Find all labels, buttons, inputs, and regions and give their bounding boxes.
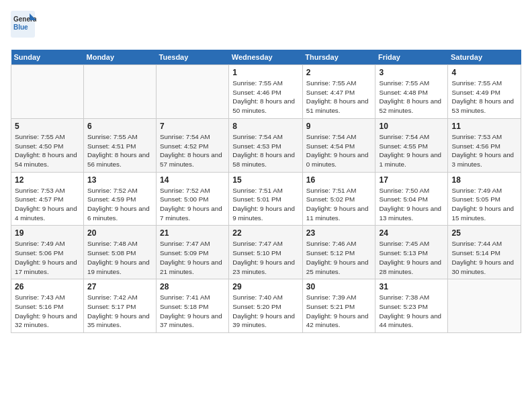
day-header-friday: Friday [375, 50, 448, 65]
day-number: 24 [379, 228, 444, 238]
day-number: 19 [15, 228, 80, 238]
calendar-cell: 29Sunrise: 7:40 AM Sunset: 5:20 PM Dayli… [229, 279, 303, 333]
calendar-week-row: 1Sunrise: 7:55 AM Sunset: 4:46 PM Daylig… [11, 65, 521, 119]
day-number: 6 [87, 122, 152, 131]
day-info: Sunrise: 7:51 AM Sunset: 5:02 PM Dayligh… [306, 186, 372, 223]
calendar-cell: 20Sunrise: 7:48 AM Sunset: 5:08 PM Dayli… [84, 226, 157, 279]
day-number: 27 [87, 282, 152, 291]
day-info: Sunrise: 7:55 AM Sunset: 4:47 PM Dayligh… [306, 79, 372, 116]
calendar-cell: 22Sunrise: 7:47 AM Sunset: 5:10 PM Dayli… [229, 226, 303, 279]
calendar-cell: 25Sunrise: 7:44 AM Sunset: 5:14 PM Dayli… [448, 226, 521, 279]
day-number: 20 [87, 228, 152, 238]
day-info: Sunrise: 7:44 AM Sunset: 5:14 PM Dayligh… [451, 239, 517, 276]
calendar-cell: 18Sunrise: 7:49 AM Sunset: 5:05 PM Dayli… [448, 172, 521, 226]
logo-icon: General Blue [11, 11, 36, 42]
calendar-cell: 30Sunrise: 7:39 AM Sunset: 5:21 PM Dayli… [302, 279, 375, 333]
calendar-cell: 7Sunrise: 7:54 AM Sunset: 4:52 PM Daylig… [157, 118, 229, 172]
page-header: General Blue [11, 11, 521, 42]
svg-text:Blue: Blue [13, 24, 28, 31]
calendar-cell: 4Sunrise: 7:55 AM Sunset: 4:49 PM Daylig… [448, 65, 521, 119]
day-number: 25 [451, 228, 517, 238]
day-number: 11 [451, 122, 517, 131]
day-info: Sunrise: 7:54 AM Sunset: 4:53 PM Dayligh… [232, 132, 299, 169]
calendar-cell: 3Sunrise: 7:55 AM Sunset: 4:48 PM Daylig… [375, 65, 448, 119]
day-info: Sunrise: 7:46 AM Sunset: 5:12 PM Dayligh… [306, 239, 372, 276]
day-number: 13 [87, 175, 152, 185]
calendar-cell: 28Sunrise: 7:41 AM Sunset: 5:18 PM Dayli… [157, 279, 229, 333]
calendar-cell: 16Sunrise: 7:51 AM Sunset: 5:02 PM Dayli… [302, 172, 375, 226]
day-info: Sunrise: 7:54 AM Sunset: 4:55 PM Dayligh… [379, 132, 444, 169]
calendar-cell [157, 65, 229, 119]
day-info: Sunrise: 7:55 AM Sunset: 4:51 PM Dayligh… [87, 132, 152, 169]
day-info: Sunrise: 7:54 AM Sunset: 4:54 PM Dayligh… [306, 132, 372, 169]
calendar-cell: 8Sunrise: 7:54 AM Sunset: 4:53 PM Daylig… [229, 118, 303, 172]
day-header-wednesday: Wednesday [229, 50, 303, 65]
day-info: Sunrise: 7:39 AM Sunset: 5:21 PM Dayligh… [306, 293, 372, 330]
day-number: 16 [306, 175, 372, 185]
calendar-cell [448, 279, 521, 333]
day-number: 5 [15, 122, 80, 131]
calendar-week-row: 19Sunrise: 7:49 AM Sunset: 5:06 PM Dayli… [11, 226, 521, 279]
calendar-cell: 6Sunrise: 7:55 AM Sunset: 4:51 PM Daylig… [84, 118, 157, 172]
calendar-cell: 1Sunrise: 7:55 AM Sunset: 4:46 PM Daylig… [229, 65, 303, 119]
day-header-tuesday: Tuesday [157, 50, 229, 65]
day-number: 17 [379, 175, 444, 185]
day-info: Sunrise: 7:49 AM Sunset: 5:05 PM Dayligh… [451, 186, 517, 223]
day-number: 29 [232, 282, 299, 291]
calendar-cell: 9Sunrise: 7:54 AM Sunset: 4:54 PM Daylig… [302, 118, 375, 172]
calendar-cell: 10Sunrise: 7:54 AM Sunset: 4:55 PM Dayli… [375, 118, 448, 172]
day-number: 10 [379, 122, 444, 131]
calendar-cell: 15Sunrise: 7:51 AM Sunset: 5:01 PM Dayli… [229, 172, 303, 226]
day-info: Sunrise: 7:42 AM Sunset: 5:17 PM Dayligh… [87, 293, 152, 330]
day-info: Sunrise: 7:55 AM Sunset: 4:49 PM Dayligh… [451, 79, 517, 116]
day-number: 8 [232, 122, 299, 131]
calendar-cell: 12Sunrise: 7:53 AM Sunset: 4:57 PM Dayli… [11, 172, 84, 226]
day-info: Sunrise: 7:52 AM Sunset: 5:00 PM Dayligh… [160, 186, 225, 223]
calendar-header-row: SundayMondayTuesdayWednesdayThursdayFrid… [11, 50, 521, 65]
day-info: Sunrise: 7:55 AM Sunset: 4:46 PM Dayligh… [232, 79, 299, 116]
calendar-week-row: 5Sunrise: 7:55 AM Sunset: 4:50 PM Daylig… [11, 118, 521, 172]
day-header-saturday: Saturday [448, 50, 521, 65]
calendar-cell: 11Sunrise: 7:53 AM Sunset: 4:56 PM Dayli… [448, 118, 521, 172]
day-info: Sunrise: 7:50 AM Sunset: 5:04 PM Dayligh… [379, 186, 444, 223]
day-info: Sunrise: 7:48 AM Sunset: 5:08 PM Dayligh… [87, 239, 152, 276]
day-info: Sunrise: 7:53 AM Sunset: 4:57 PM Dayligh… [15, 186, 80, 223]
day-number: 7 [160, 122, 225, 131]
day-number: 30 [306, 282, 372, 291]
day-number: 18 [451, 175, 517, 185]
day-info: Sunrise: 7:45 AM Sunset: 5:13 PM Dayligh… [379, 239, 444, 276]
day-info: Sunrise: 7:55 AM Sunset: 4:48 PM Dayligh… [379, 79, 444, 116]
calendar-cell: 31Sunrise: 7:38 AM Sunset: 5:23 PM Dayli… [375, 279, 448, 333]
calendar-cell: 24Sunrise: 7:45 AM Sunset: 5:13 PM Dayli… [375, 226, 448, 279]
day-info: Sunrise: 7:54 AM Sunset: 4:52 PM Dayligh… [160, 132, 225, 169]
day-header-thursday: Thursday [302, 50, 375, 65]
day-info: Sunrise: 7:40 AM Sunset: 5:20 PM Dayligh… [232, 293, 299, 330]
day-number: 4 [451, 68, 517, 77]
day-header-monday: Monday [84, 50, 157, 65]
calendar-cell: 19Sunrise: 7:49 AM Sunset: 5:06 PM Dayli… [11, 226, 84, 279]
day-header-sunday: Sunday [11, 50, 84, 65]
day-info: Sunrise: 7:55 AM Sunset: 4:50 PM Dayligh… [15, 132, 80, 169]
day-info: Sunrise: 7:47 AM Sunset: 5:09 PM Dayligh… [160, 239, 225, 276]
calendar-cell: 5Sunrise: 7:55 AM Sunset: 4:50 PM Daylig… [11, 118, 84, 172]
day-info: Sunrise: 7:43 AM Sunset: 5:16 PM Dayligh… [15, 293, 80, 330]
calendar-cell: 23Sunrise: 7:46 AM Sunset: 5:12 PM Dayli… [302, 226, 375, 279]
calendar-cell: 17Sunrise: 7:50 AM Sunset: 5:04 PM Dayli… [375, 172, 448, 226]
calendar-cell [84, 65, 157, 119]
day-number: 2 [306, 68, 372, 77]
day-info: Sunrise: 7:41 AM Sunset: 5:18 PM Dayligh… [160, 293, 225, 330]
calendar-cell: 26Sunrise: 7:43 AM Sunset: 5:16 PM Dayli… [11, 279, 84, 333]
day-number: 21 [160, 228, 225, 238]
day-number: 22 [232, 228, 299, 238]
day-info: Sunrise: 7:51 AM Sunset: 5:01 PM Dayligh… [232, 186, 299, 223]
day-number: 15 [232, 175, 299, 185]
calendar-cell: 14Sunrise: 7:52 AM Sunset: 5:00 PM Dayli… [157, 172, 229, 226]
day-number: 1 [232, 68, 299, 77]
calendar-cell: 13Sunrise: 7:52 AM Sunset: 4:59 PM Dayli… [84, 172, 157, 226]
calendar-cell: 2Sunrise: 7:55 AM Sunset: 4:47 PM Daylig… [302, 65, 375, 119]
day-number: 12 [15, 175, 80, 185]
day-number: 23 [306, 228, 372, 238]
day-number: 9 [306, 122, 372, 131]
day-number: 14 [160, 175, 225, 185]
day-info: Sunrise: 7:38 AM Sunset: 5:23 PM Dayligh… [379, 293, 444, 330]
